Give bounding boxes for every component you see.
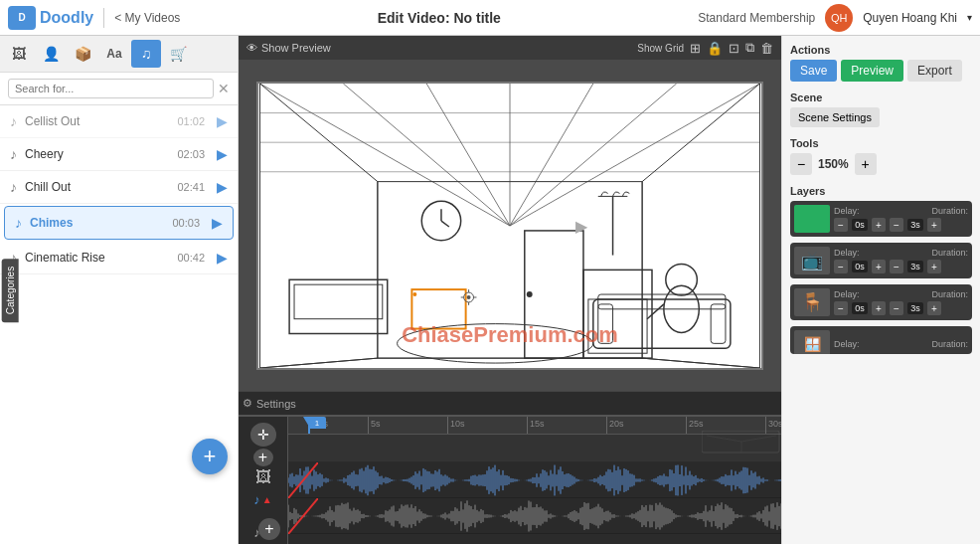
eye-icon: 👁 xyxy=(246,42,257,54)
trash-icon[interactable]: 🗑 xyxy=(760,41,773,56)
screen-icon[interactable]: ⊡ xyxy=(729,41,739,56)
music-note-icon: ♪ xyxy=(10,113,17,129)
delay-plus-btn[interactable]: + xyxy=(872,218,886,232)
copy-icon[interactable]: ⧉ xyxy=(745,40,754,56)
add-button[interactable]: + xyxy=(192,439,228,474)
layer-controls-1: Delay: Duration: − 0s + − 3s + xyxy=(834,206,968,232)
waveform-1 xyxy=(288,462,781,497)
grid-icon[interactable]: ⊞ xyxy=(690,41,701,56)
timeline-main: 3.3s 5s 10s 15s 20s 25s 30s 35s 1 xyxy=(288,417,781,544)
props-icon[interactable]: 📦 xyxy=(68,40,97,68)
play-icon[interactable]: ▶ xyxy=(217,250,228,266)
music-icon[interactable]: ♫ xyxy=(131,40,161,68)
zoom-out-button[interactable]: − xyxy=(790,153,812,175)
svg-line-45 xyxy=(741,436,776,442)
svg-rect-31 xyxy=(598,303,613,342)
duration-minus-btn[interactable]: − xyxy=(890,218,903,232)
search-input[interactable] xyxy=(8,79,214,98)
delay-plus-btn-2[interactable]: + xyxy=(872,260,886,273)
delay-minus-btn[interactable]: − xyxy=(834,218,848,232)
timeline-tracks xyxy=(288,435,781,544)
user-dropdown-icon[interactable]: ▾ xyxy=(967,12,972,23)
music-note-icon: ♪ xyxy=(10,146,17,162)
save-button[interactable]: Save xyxy=(790,60,837,82)
delay-minus-btn-2[interactable]: − xyxy=(834,260,848,273)
svg-line-4 xyxy=(510,84,593,226)
duration-plus-btn[interactable]: + xyxy=(927,218,941,232)
layer-controls-3: Delay: Duration: − 0s + − 3s + xyxy=(834,289,968,315)
preview-button[interactable]: Preview xyxy=(841,60,903,82)
play-icon[interactable]: ▶ xyxy=(217,179,228,195)
topbar: D Doodly < My Videos Edit Video: No titl… xyxy=(0,0,980,36)
list-item[interactable]: ♪ Cheery 02:03 ▶ xyxy=(0,138,238,171)
lock-icon[interactable]: 🔒 xyxy=(707,41,723,56)
audio-track-1 xyxy=(288,462,781,498)
image-track xyxy=(288,435,781,462)
svg-line-35 xyxy=(647,303,664,318)
categories-tab[interactable]: Categories xyxy=(2,258,19,321)
logo-icon: D xyxy=(8,6,36,30)
layer-item-2: 📺 Delay: Duration: − 0s + − 3s + xyxy=(790,243,972,278)
edit-title: Edit Video: No title xyxy=(190,10,688,26)
delay-plus-btn-3[interactable]: + xyxy=(872,301,886,315)
list-item-selected[interactable]: ♪ Chimes 00:03 ▶ xyxy=(4,206,234,240)
duration-plus-btn-2[interactable]: + xyxy=(927,260,941,273)
layer-values: − 0s + − 3s + xyxy=(834,218,968,232)
duration-minus-btn-3[interactable]: − xyxy=(890,301,903,315)
layer-labels: Delay: Duration: xyxy=(834,206,968,216)
canvas-toolbar: 👁 Show Preview Show Grid ⊞ 🔒 ⊡ ⧉ 🗑 xyxy=(239,36,781,60)
play-icon[interactable]: ▶ xyxy=(217,113,228,129)
zoom-in-button[interactable]: + xyxy=(855,153,877,175)
play-icon[interactable]: ▶ xyxy=(217,146,228,162)
shop-icon[interactable]: 🛒 xyxy=(163,40,193,68)
layer-controls-2: Delay: Duration: − 0s + − 3s + xyxy=(834,248,968,273)
music-item-partial[interactable]: ♪ Cellist Out 01:02 ▶ xyxy=(0,105,238,138)
layers-title: Layers xyxy=(790,185,972,197)
scene-settings-button[interactable]: Scene Settings xyxy=(790,107,880,127)
timeline-header: ⚙ Settings xyxy=(239,391,781,415)
canvas-area: 👁 Show Preview Show Grid ⊞ 🔒 ⊡ ⧉ 🗑 ▶ xyxy=(239,36,781,544)
layer-thumb-1 xyxy=(794,205,830,233)
svg-marker-11 xyxy=(260,84,378,368)
music-note-icon: ♪ xyxy=(10,179,17,195)
add-track-button[interactable]: + xyxy=(258,518,280,540)
character-icon[interactable]: 👤 xyxy=(36,40,66,68)
delay-minus-btn-3[interactable]: − xyxy=(834,301,848,315)
duration-minus-btn-2[interactable]: − xyxy=(890,260,903,273)
search-clear-icon[interactable]: ✕ xyxy=(218,81,230,96)
layer-thumb-4: 🪟 xyxy=(794,330,830,354)
scene-add-button[interactable]: + xyxy=(253,449,273,466)
main-layout: Categories 🖼 👤 📦 Aa ♫ 🛒 ✕ ♪ Cellist Out … xyxy=(0,36,980,544)
layer-labels-3: Delay: Duration: xyxy=(834,289,968,299)
svg-rect-28 xyxy=(588,298,647,352)
export-button[interactable]: Export xyxy=(907,60,962,82)
list-item[interactable]: ♪ Chill Out 02:41 ▶ xyxy=(0,171,238,204)
canvas-container: ▶ xyxy=(239,60,781,391)
play-icon[interactable]: ▶ xyxy=(212,215,223,231)
layer-item-1: Delay: Duration: − 0s + − 3s + xyxy=(790,201,972,237)
my-videos-link[interactable]: < My Videos xyxy=(114,11,180,25)
move-tool-btn[interactable]: ✛ xyxy=(250,423,276,447)
scene-thumbnail xyxy=(702,431,781,457)
svg-line-0 xyxy=(260,84,510,226)
expand-arrow[interactable]: ▶ xyxy=(575,216,587,235)
show-preview-toggle[interactable]: 👁 Show Preview xyxy=(246,42,331,54)
layer-thumb-3: 🪑 xyxy=(794,288,830,316)
image-track-icon: 🖼 xyxy=(255,468,271,486)
waveform-2-svg xyxy=(288,498,781,533)
svg-rect-32 xyxy=(711,303,726,342)
text-icon[interactable]: Aa xyxy=(99,40,129,68)
svg-marker-12 xyxy=(642,84,759,368)
action-buttons: Save Preview Export xyxy=(790,60,972,82)
canvas-toolbar-right: Show Grid ⊞ 🔒 ⊡ ⧉ 🗑 xyxy=(637,40,773,56)
svg-line-1 xyxy=(343,84,510,226)
list-item[interactable]: ♪ Cinematic Rise 00:42 ▶ xyxy=(0,242,238,274)
audio-track-icon-1: ♪ ▲ xyxy=(253,492,271,507)
layer-body-3: 🪑 Delay: Duration: − 0s + − 3s + xyxy=(794,288,968,316)
image-icon[interactable]: 🖼 xyxy=(4,40,34,68)
layer-body-1: Delay: Duration: − 0s + − 3s + xyxy=(794,205,968,233)
right-panel: Actions Save Preview Export Scene Scene … xyxy=(781,36,980,544)
waveform-2 xyxy=(288,498,781,533)
ruler-tick: 25s xyxy=(686,417,704,434)
duration-plus-btn-3[interactable]: + xyxy=(927,301,941,315)
